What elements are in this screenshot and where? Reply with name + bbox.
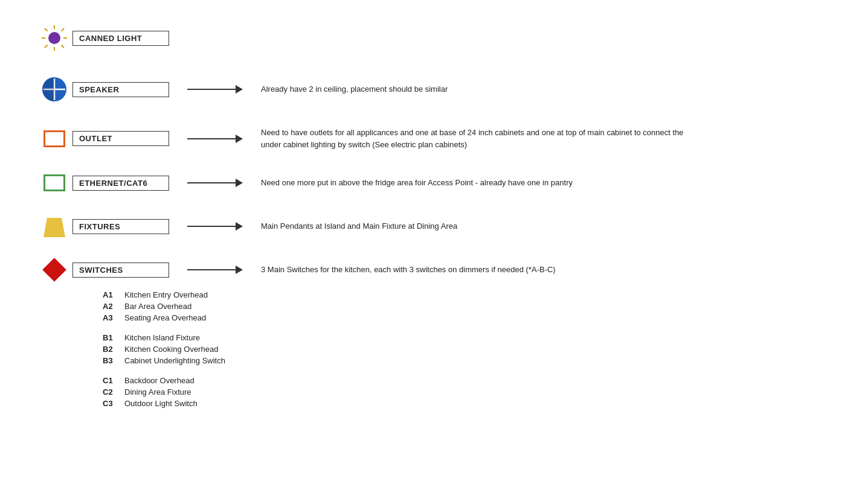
- switch-code-c1: C1: [103, 376, 124, 385]
- switch-item-c1: C1 Backdoor Overhead: [103, 376, 832, 385]
- switch-label-c3: Outdoor Light Switch: [124, 399, 198, 408]
- switch-item-b2: B2 Kitchen Cooking Overhead: [103, 345, 832, 354]
- speaker-icon-area: [36, 76, 72, 103]
- ethernet-description: Need one more put in above the fridge ar…: [261, 177, 573, 189]
- switch-label-b1: Kitchen Island Fixture: [124, 333, 200, 342]
- switch-label-a2: Bar Area Overhead: [124, 302, 191, 311]
- fixtures-icon-area: [36, 215, 72, 237]
- fixtures-row: FIXTURES Main Pendants at Island and Mai…: [36, 215, 832, 237]
- outlet-label: OUTLET: [72, 131, 169, 146]
- switch-label-b2: Kitchen Cooking Overhead: [124, 345, 218, 354]
- canned-light-icon: [40, 24, 68, 52]
- switch-item-a1: A1 Kitchen Entry Overhead: [103, 290, 832, 299]
- outlet-arrow: [187, 135, 243, 143]
- outlet-icon: [43, 130, 65, 147]
- switch-code-b3: B3: [103, 356, 124, 365]
- switches-label: SWITCHES: [72, 263, 169, 278]
- switch-code-b1: B1: [103, 333, 124, 342]
- svg-line-6: [62, 28, 65, 31]
- switch-item-b3: B3 Cabinet Underlighting Switch: [103, 356, 832, 365]
- switch-code-a3: A3: [103, 313, 124, 322]
- switches-icon-area: [36, 261, 72, 278]
- switch-item-b1: B1 Kitchen Island Fixture: [103, 333, 832, 342]
- switch-item-c3: C3 Outdoor Light Switch: [103, 399, 832, 408]
- outlet-row: OUTLET Need to have outlets for all appl…: [36, 127, 832, 150]
- switch-group-b: B1 Kitchen Island Fixture B2 Kitchen Coo…: [103, 333, 832, 365]
- switch-group-a: A1 Kitchen Entry Overhead A2 Bar Area Ov…: [103, 290, 832, 322]
- switch-label-c2: Dining Area Fixture: [124, 387, 191, 397]
- fixtures-description: Main Pendants at Island and Main Fixture…: [261, 220, 457, 232]
- switches-icon: [42, 258, 66, 282]
- fixtures-label: FIXTURES: [72, 219, 169, 234]
- outlet-icon-area: [36, 130, 72, 147]
- speaker-row: SPEAKER Already have 2 in ceiling, place…: [36, 76, 832, 103]
- svg-marker-12: [43, 218, 65, 237]
- switch-code-b2: B2: [103, 345, 124, 354]
- switch-label-c1: Backdoor Overhead: [124, 376, 194, 385]
- svg-line-5: [62, 45, 65, 48]
- ethernet-label: ETHERNET/CAT6: [72, 176, 169, 191]
- switches-row: SWITCHES 3 Main Switches for the kitchen…: [36, 261, 832, 278]
- svg-line-4: [45, 28, 48, 31]
- canned-light-label: CANNED LIGHT: [72, 31, 169, 46]
- switch-code-a1: A1: [103, 290, 124, 299]
- ethernet-icon-area: [36, 174, 72, 191]
- canned-light-icon-area: [36, 24, 72, 52]
- fixtures-arrow: [187, 222, 243, 231]
- ethernet-row: ETHERNET/CAT6 Need one more put in above…: [36, 174, 832, 191]
- switch-label-a1: Kitchen Entry Overhead: [124, 290, 208, 299]
- ethernet-icon: [43, 174, 65, 191]
- switch-code-a2: A2: [103, 302, 124, 311]
- speaker-icon: [41, 76, 68, 103]
- switch-code-c2: C2: [103, 387, 124, 397]
- switch-label-a3: Seating Area Overhead: [124, 313, 206, 322]
- canned-light-row: CANNED LIGHT: [36, 24, 832, 52]
- speaker-description: Already have 2 in ceiling, placement sho…: [261, 83, 448, 95]
- fixtures-icon: [40, 215, 69, 237]
- speaker-arrow: [187, 85, 243, 94]
- switch-sub-list: A1 Kitchen Entry Overhead A2 Bar Area Ov…: [103, 290, 832, 408]
- ethernet-arrow: [187, 179, 243, 187]
- outlet-description: Need to have outlets for all applicances…: [261, 127, 684, 150]
- switch-code-c3: C3: [103, 399, 124, 408]
- switches-description: 3 Main Switches for the kitchen, each wi…: [261, 264, 556, 276]
- svg-line-7: [45, 45, 48, 48]
- switch-label-b3: Cabinet Underlighting Switch: [124, 356, 225, 365]
- svg-point-8: [48, 32, 60, 44]
- switch-item-a3: A3 Seating Area Overhead: [103, 313, 832, 322]
- speaker-label: SPEAKER: [72, 82, 169, 97]
- switch-group-c: C1 Backdoor Overhead C2 Dining Area Fixt…: [103, 376, 832, 408]
- switch-item-c2: C2 Dining Area Fixture: [103, 387, 832, 397]
- switches-arrow: [187, 266, 243, 274]
- switch-item-a2: A2 Bar Area Overhead: [103, 302, 832, 311]
